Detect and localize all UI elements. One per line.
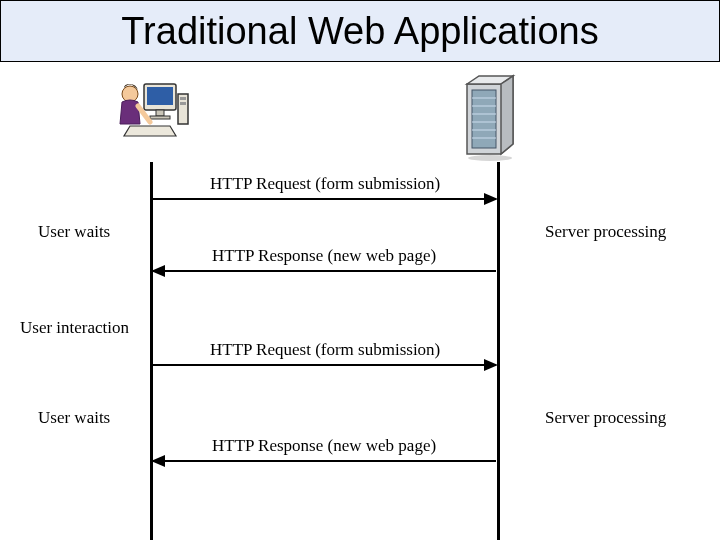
svg-point-15 [468,155,512,161]
server-rack-icon [455,72,525,162]
arrow-request-1 [153,198,496,200]
user-at-computer-icon [110,76,190,156]
svg-rect-8 [472,90,496,148]
arrow-request-2 [153,364,496,366]
server-lifeline [497,162,500,540]
sequence-diagram: HTTP Request (form submission) User wait… [0,62,720,540]
label-user-waits-1: User waits [38,222,110,242]
user-lifeline [150,162,153,540]
svg-rect-6 [180,102,186,105]
message-label-request-1: HTTP Request (form submission) [210,174,440,194]
message-label-response-1: HTTP Response (new web page) [212,246,436,266]
svg-rect-1 [147,87,173,105]
svg-rect-3 [150,116,170,119]
message-label-response-2: HTTP Response (new web page) [212,436,436,456]
arrow-response-1 [153,270,496,272]
message-label-request-2: HTTP Request (form submission) [210,340,440,360]
page-title: Traditional Web Applications [121,10,598,53]
title-bar: Traditional Web Applications [0,0,720,62]
arrow-response-2 [153,460,496,462]
label-user-interaction: User interaction [20,318,129,338]
label-user-waits-2: User waits [38,408,110,428]
svg-rect-2 [156,110,164,116]
label-server-processing-2: Server processing [545,408,666,428]
svg-rect-5 [180,97,186,100]
label-server-processing-1: Server processing [545,222,666,242]
